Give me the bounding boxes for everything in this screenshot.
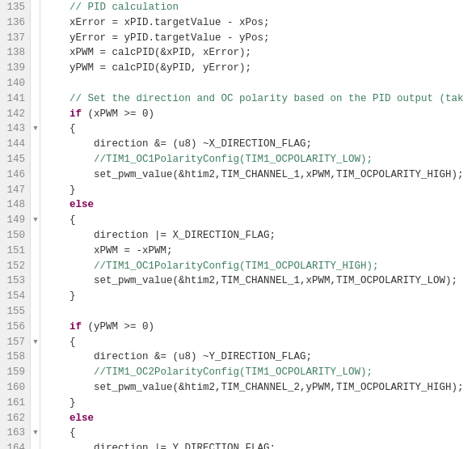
code-segment: } xyxy=(45,184,76,196)
line-number: 155 xyxy=(5,304,25,320)
code-editor: 1351361371381391401411421431441451461471… xyxy=(0,0,476,449)
code-segment: yPWM = calcPID(&yPID, yError); xyxy=(45,62,251,74)
code-line: { xyxy=(45,426,471,441)
line-number: 145 xyxy=(5,152,25,167)
fold-icon xyxy=(31,0,40,15)
code-line: // Set the direction and OC polarity bas… xyxy=(45,91,471,107)
code-area: // PID calculation xError = xPID.targetV… xyxy=(40,0,476,449)
code-line: } xyxy=(45,396,471,411)
fold-icon xyxy=(31,365,40,380)
line-number: 137 xyxy=(5,31,25,46)
fold-icon xyxy=(31,197,40,213)
line-number: 154 xyxy=(5,289,25,304)
code-segment: xPWM = -xPWM; xyxy=(45,245,173,256)
code-line: } xyxy=(45,289,471,304)
code-segment xyxy=(45,261,94,272)
code-line: set_pwm_value(&htim2,TIM_CHANNEL_1,xPWM,… xyxy=(45,167,471,183)
fold-icon xyxy=(31,31,40,46)
code-segment: { xyxy=(45,214,76,226)
fold-icon xyxy=(31,273,40,289)
code-line: { xyxy=(45,335,471,350)
line-number: 147 xyxy=(5,183,25,198)
code-segment xyxy=(45,154,94,165)
line-number: 162 xyxy=(5,411,25,426)
line-number: 139 xyxy=(5,61,25,76)
fold-icon xyxy=(31,259,40,274)
fold-icon xyxy=(31,320,40,335)
code-segment: //TIM1_OC1PolarityConfig(TIM1_OCPOLARITY… xyxy=(94,154,373,165)
line-number: 156 xyxy=(5,320,25,335)
line-number: 158 xyxy=(5,349,25,365)
code-segment: // Set the direction and OC polarity bas… xyxy=(45,93,464,104)
fold-icon xyxy=(31,107,40,122)
fold-icon xyxy=(31,304,40,320)
line-number: 144 xyxy=(5,137,25,152)
code-segment: set_pwm_value(&htim2,TIM_CHANNEL_1,xPWM,… xyxy=(45,169,464,180)
fold-icon[interactable]: ▼ xyxy=(31,426,40,441)
line-number: 161 xyxy=(5,396,25,411)
code-line: // PID calculation xyxy=(45,0,471,15)
code-segment: xPWM = calcPID(&xPID, xError); xyxy=(45,47,251,58)
code-line: else xyxy=(45,411,471,426)
code-line: { xyxy=(45,213,471,228)
fold-icon xyxy=(31,183,40,198)
fold-icon xyxy=(31,411,40,426)
fold-icon xyxy=(31,167,40,183)
fold-icon[interactable]: ▼ xyxy=(31,121,40,137)
code-line: direction &= (u8) ~X_DIRECTION_FLAG; xyxy=(45,137,471,152)
code-segment: { xyxy=(45,123,76,134)
code-segment xyxy=(45,2,70,13)
code-line: } xyxy=(45,183,471,198)
fold-icon xyxy=(31,15,40,31)
code-segment: direction |= X_DIRECTION_FLAG; xyxy=(45,230,276,241)
code-segment: (xPWM >= 0) xyxy=(82,108,154,120)
fold-icon xyxy=(31,91,40,107)
code-segment: direction &= (u8) ~X_DIRECTION_FLAG; xyxy=(45,138,312,150)
line-number: 142 xyxy=(5,107,25,122)
code-segment: set_pwm_value(&htim2,TIM_CHANNEL_2,yPWM,… xyxy=(45,382,464,393)
line-number: 150 xyxy=(5,228,25,244)
line-number: 136 xyxy=(5,15,25,31)
line-number: 141 xyxy=(5,91,25,107)
code-line: xError = xPID.targetValue - xPos; xyxy=(45,15,471,31)
code-line: yError = yPID.targetValue - yPos; xyxy=(45,31,471,46)
code-segment xyxy=(45,199,70,210)
fold-icon xyxy=(31,45,40,61)
code-segment: else xyxy=(70,413,94,424)
code-segment: direction &= (u8) ~Y_DIRECTION_FLAG; xyxy=(45,351,312,362)
fold-icon xyxy=(31,289,40,304)
fold-icon xyxy=(31,244,40,259)
line-number: 160 xyxy=(5,380,25,396)
fold-gutter: ▼ ▼ ▼ ▼ xyxy=(31,0,40,449)
code-segment: (yPWM >= 0) xyxy=(82,321,154,333)
code-segment: // PID calculation xyxy=(70,2,179,13)
code-line: //TIM1_OC1PolarityConfig(TIM1_OCPOLARITY… xyxy=(45,259,471,274)
code-segment: //TIM1_OC2PolarityConfig(TIM1_OCPOLARITY… xyxy=(94,366,373,378)
code-line: //TIM1_OC2PolarityConfig(TIM1_OCPOLARITY… xyxy=(45,365,471,380)
line-number: 153 xyxy=(5,273,25,289)
line-number: 152 xyxy=(5,259,25,274)
fold-icon xyxy=(31,152,40,167)
code-line: set_pwm_value(&htim2,TIM_CHANNEL_1,xPWM,… xyxy=(45,273,471,289)
code-line: direction |= X_DIRECTION_FLAG; xyxy=(45,228,471,244)
fold-icon xyxy=(31,76,40,91)
code-line: if (yPWM >= 0) xyxy=(45,320,471,335)
fold-icon xyxy=(31,441,40,449)
line-number: 140 xyxy=(5,76,25,91)
line-number: 149 xyxy=(5,213,25,228)
line-number-gutter: 1351361371381391401411421431441451461471… xyxy=(0,0,31,449)
code-line xyxy=(45,304,471,320)
fold-icon[interactable]: ▼ xyxy=(31,335,40,350)
code-segment: xError = xPID.targetValue - xPos; xyxy=(45,17,270,28)
code-line: xPWM = -xPWM; xyxy=(45,244,471,259)
code-segment xyxy=(45,413,70,424)
line-number: 157 xyxy=(5,335,25,350)
code-segment xyxy=(45,366,94,378)
code-line: else xyxy=(45,197,471,213)
code-segment: if xyxy=(70,321,82,333)
code-segment: { xyxy=(45,427,76,438)
line-number: 148 xyxy=(5,197,25,213)
line-number: 135 xyxy=(5,0,25,15)
code-line xyxy=(45,76,471,91)
fold-icon[interactable]: ▼ xyxy=(31,213,40,228)
